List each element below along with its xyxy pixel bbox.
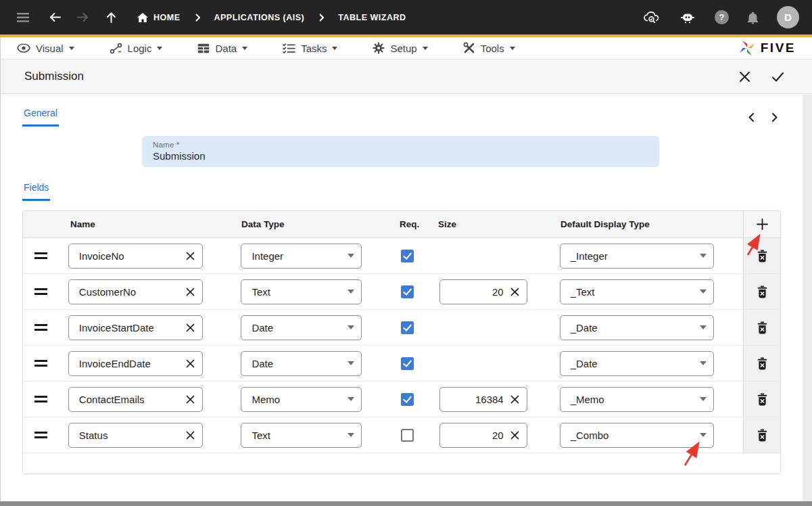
display-type-value: _Date [571, 322, 700, 334]
cloud-review-icon[interactable] [643, 11, 661, 24]
data-type-select[interactable]: Date [241, 315, 362, 340]
record-pager [747, 112, 779, 122]
forward-icon[interactable] [76, 12, 89, 23]
breadcrumb-table-wizard: TABLE WIZARD [338, 13, 406, 22]
delete-cell [743, 382, 780, 417]
display-type-select[interactable]: _Integer [560, 244, 714, 269]
caret-down-icon [69, 47, 74, 50]
display-type-select[interactable]: _Combo [560, 423, 714, 448]
name-field-label: Name * [153, 141, 648, 149]
trash-icon [757, 357, 768, 370]
field-name-value: Status [79, 430, 186, 441]
required-checkbox[interactable] [401, 393, 414, 406]
delete-row-button[interactable] [757, 250, 768, 262]
display-type-select[interactable]: _Memo [560, 387, 714, 412]
menu-data[interactable]: Data [197, 43, 247, 54]
delete-row-button[interactable] [757, 429, 768, 442]
assistant-icon[interactable] [679, 11, 696, 24]
menu-label: Tasks [301, 43, 327, 54]
data-type-select[interactable]: Text [241, 423, 362, 448]
required-checkbox[interactable] [401, 250, 414, 262]
field-name-input[interactable]: InvoiceStartDate [68, 315, 204, 340]
menu-logic[interactable]: Logic [110, 43, 163, 54]
breadcrumb-home[interactable]: HOME [153, 13, 181, 22]
required-checkbox[interactable] [401, 357, 414, 370]
size-input[interactable]: 20 [439, 279, 527, 304]
display-type-value: _Date [571, 358, 700, 369]
drag-handle-icon[interactable] [23, 432, 68, 438]
menu-visual[interactable]: Visual [17, 43, 74, 54]
up-icon[interactable] [106, 12, 116, 24]
size-value: 20 [450, 286, 504, 298]
data-type-select[interactable]: Text [241, 279, 362, 304]
main-menu: Visual Logic Data Tasks Setup Tools [0, 37, 812, 60]
five-pinwheel-icon [738, 39, 756, 57]
caret-down-icon [423, 47, 428, 50]
tab-fields[interactable]: Fields [22, 182, 50, 201]
drag-handle-icon[interactable] [23, 324, 68, 330]
breadcrumb-applications[interactable]: APPLICATIONS (AIS) [214, 13, 305, 22]
data-type-value: Date [252, 358, 348, 369]
display-type-select[interactable]: _Date [560, 315, 714, 340]
clear-icon[interactable] [185, 287, 195, 297]
menu-tools[interactable]: Tools [463, 42, 515, 54]
delete-row-button[interactable] [757, 393, 768, 406]
menu-tasks[interactable]: Tasks [283, 43, 337, 54]
help-icon[interactable]: ? [715, 10, 729, 24]
display-type-value: _Combo [571, 430, 700, 441]
horizontal-scrollbar[interactable] [0, 501, 812, 506]
trash-icon [757, 429, 768, 442]
clear-icon[interactable] [185, 359, 195, 369]
required-checkbox[interactable] [401, 285, 414, 298]
display-type-select[interactable]: _Date [560, 351, 714, 376]
delete-row-button[interactable] [757, 285, 768, 298]
menu-setup[interactable]: Setup [373, 42, 427, 54]
field-name-input[interactable]: Status [68, 423, 204, 448]
tab-general[interactable]: General [22, 108, 59, 127]
avatar[interactable]: D [777, 6, 799, 28]
brand-name: FIVE [761, 41, 796, 55]
check-icon[interactable] [771, 70, 785, 83]
required-checkbox[interactable] [401, 429, 414, 442]
clear-icon[interactable] [185, 430, 195, 440]
clear-icon[interactable] [185, 394, 195, 405]
notifications-icon[interactable] [747, 11, 759, 24]
display-type-select[interactable]: _Text [560, 279, 714, 304]
field-name-input[interactable]: InvoiceEndDate [68, 351, 204, 376]
clear-icon[interactable] [510, 394, 520, 405]
chevron-right-icon[interactable] [770, 112, 779, 122]
clear-icon[interactable] [510, 287, 520, 297]
back-icon[interactable] [49, 12, 62, 23]
data-type-select[interactable]: Memo [241, 387, 362, 412]
field-name-input[interactable]: ContactEmails [68, 387, 204, 412]
field-name-input[interactable]: CustomerNo [68, 279, 204, 304]
menu-icon[interactable] [17, 13, 29, 22]
clear-icon[interactable] [185, 323, 195, 333]
caret-down-icon [348, 290, 354, 294]
clear-icon[interactable] [510, 430, 520, 440]
size-input[interactable]: 16384 [439, 387, 527, 412]
required-checkbox[interactable] [401, 321, 414, 334]
close-icon[interactable] [738, 70, 751, 83]
delete-row-button[interactable] [757, 321, 768, 334]
size-input[interactable]: 20 [439, 423, 527, 448]
caret-down-icon [510, 47, 515, 50]
field-name-input[interactable]: InvoiceNo [68, 244, 204, 269]
menu-label: Setup [390, 43, 416, 54]
add-row-button[interactable] [756, 218, 769, 231]
home-icon[interactable] [137, 13, 148, 22]
drag-handle-icon[interactable] [23, 360, 68, 366]
drag-handle-icon[interactable] [23, 252, 68, 258]
delete-row-button[interactable] [757, 357, 768, 370]
data-type-select[interactable]: Integer [241, 244, 362, 269]
data-type-select[interactable]: Date [241, 351, 362, 376]
drag-handle-icon[interactable] [23, 396, 68, 402]
display-type-value: _Integer [571, 250, 700, 262]
chevron-left-icon[interactable] [747, 112, 756, 122]
clear-icon[interactable] [185, 251, 195, 261]
vertical-scrollbar[interactable] [803, 95, 812, 501]
tasks-icon [283, 43, 295, 53]
menu-label: Logic [128, 43, 152, 54]
name-field[interactable]: Name * Submission [142, 136, 659, 167]
drag-handle-icon[interactable] [23, 288, 68, 294]
